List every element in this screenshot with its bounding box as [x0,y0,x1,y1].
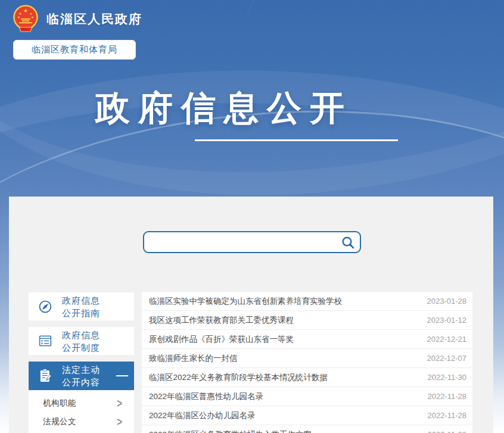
news-title: 临淄区实验中学被确定为山东省创新素养培育实验学校 [149,296,342,307]
sidebar-item-label: 政府信息 公开制度 [62,329,100,354]
clipboard-pencil-icon [36,367,54,385]
news-row[interactable]: 致临淄师生家长的一封信 2022-12-07 [142,349,472,368]
news-date: 2022-12-07 [427,354,467,363]
search-bar [143,231,361,253]
news-list: 临淄区实验中学被确定为山东省创新素养培育实验学校 2023-01-28 我区这项… [142,292,472,433]
news-row[interactable]: 2022年临淄区公办幼儿园名录 2022-11-28 [142,406,472,425]
submenu-item-org-functions[interactable]: 机构职能 > [29,394,134,412]
news-date: 2022-11-28 [427,411,466,420]
sidebar-item-gov-info-rules[interactable]: 政府信息 公开制度 [29,327,134,355]
sidebar: 政府信息 公开指南 政府信息 公开制度 [29,292,134,433]
gov-name: 临淄区人民政府 [46,11,142,27]
news-row-partial[interactable]: 2022年临淄区义务教育学校招生入学工作方案 2022-11-28 [142,425,472,433]
svg-text:★: ★ [23,8,28,14]
news-title: 2022年临淄区普惠性幼儿园名录 [149,391,263,402]
news-title: 2022年临淄区公办幼儿园名录 [149,410,256,421]
collapse-indicator-icon[interactable]: — [116,369,128,381]
news-row[interactable]: 临淄区实验中学被确定为山东省创新素养培育实验学校 2023-01-28 [142,292,472,311]
chevron-right-icon: > [117,415,122,429]
news-row[interactable]: 临淄区2022年义务教育阶段学校基本情况统计数据 2022-11-30 [142,368,472,387]
news-title: 原创戏剧作品《百折》荣获山东省一等奖 [149,334,294,345]
sidebar-item-statutory-disclosure[interactable]: 法定主动 公开内容 — [29,362,134,390]
search-button[interactable] [340,234,356,251]
submenu-item-laws-documents[interactable]: 法规公文 > [29,412,134,431]
news-title: 临淄区2022年义务教育阶段学校基本情况统计数据 [149,372,328,383]
sidebar-item-label: 法定主动 公开内容 [62,363,100,388]
svg-text:★: ★ [31,15,34,19]
search-input[interactable] [144,232,340,252]
news-date: 2022-12-21 [427,335,467,344]
news-date: 2022-11-28 [427,392,466,401]
national-emblem-icon: ★ ★ ★ ★ ★ [11,4,41,35]
news-title: 2022年临淄区义务教育学校招生入学工作方案 [149,429,312,433]
news-date: 2023-01-12 [427,316,467,325]
svg-text:★: ★ [17,15,20,19]
search-icon [341,235,355,250]
compass-icon [36,298,54,316]
page: ★ ★ ★ ★ ★ 临淄区人民政府 临淄区教育和体育局 政府信息公开 [0,0,504,433]
news-row[interactable]: 我区这项工作荣获教育部关工委优秀课程 2023-01-12 [142,311,472,330]
title-underline [195,139,398,141]
sidebar-item-label: 政府信息 公开指南 [62,294,100,319]
news-row[interactable]: 2022年临淄区普惠性幼儿园名录 2022-11-28 [142,387,472,406]
rules-document-icon [36,332,54,350]
news-date: 2022-11-30 [427,373,466,382]
gov-logo-link[interactable]: ★ ★ ★ ★ ★ 临淄区人民政府 [11,4,142,35]
sidebar-item-gov-info-guide[interactable]: 政府信息 公开指南 [29,292,134,320]
department-button[interactable]: 临淄区教育和体育局 [13,40,136,60]
page-title: 政府信息公开 [95,87,353,129]
sidebar-submenu: 机构职能 > 法规公文 > [29,390,134,433]
news-title: 致临淄师生家长的一封信 [149,353,238,364]
news-date: 2022-11-28 [427,430,466,433]
chevron-right-icon: > [117,396,122,410]
news-row[interactable]: 原创戏剧作品《百折》荣获山东省一等奖 2022-12-21 [142,330,472,349]
news-date: 2023-01-28 [427,297,467,306]
news-title: 我区这项工作荣获教育部关工委优秀课程 [149,315,294,326]
content-panel: 政府信息 公开指南 政府信息 公开制度 [9,197,493,433]
